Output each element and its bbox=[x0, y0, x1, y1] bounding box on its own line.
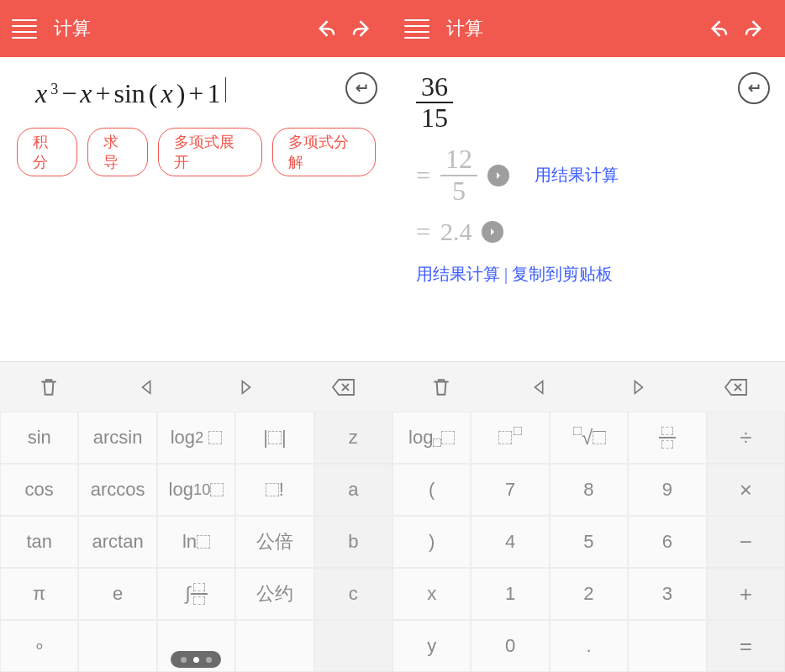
input-numerator: 36 bbox=[416, 72, 453, 103]
trash-icon-r[interactable] bbox=[423, 369, 460, 406]
trash-icon[interactable] bbox=[30, 369, 67, 406]
key-c[interactable]: c bbox=[314, 568, 392, 620]
expr-exp: 3 bbox=[50, 81, 58, 98]
use-result-link-1[interactable]: 用结果计算 bbox=[535, 164, 619, 186]
undo-icon[interactable] bbox=[307, 10, 344, 47]
left-header-title: 计算 bbox=[54, 16, 91, 41]
result-actions: 用结果计算 | 复制到剪贴板 bbox=[416, 263, 733, 286]
cursor-right-icon-r[interactable] bbox=[619, 369, 656, 406]
key-tan[interactable]: tan bbox=[0, 516, 78, 568]
key-minus[interactable]: − bbox=[707, 516, 785, 568]
pill-factor[interactable]: 多项式分解 bbox=[272, 128, 376, 176]
key-7[interactable]: 7 bbox=[471, 464, 549, 516]
key-arctan[interactable]: arctan bbox=[78, 516, 156, 568]
key-dot[interactable]: . bbox=[550, 620, 628, 672]
key-empty-l3[interactable] bbox=[235, 620, 313, 672]
key-cos[interactable]: cos bbox=[0, 464, 78, 516]
key-arccos[interactable]: arccos bbox=[78, 464, 156, 516]
left-pager[interactable] bbox=[171, 651, 221, 668]
key-lparen[interactable]: ( bbox=[392, 464, 471, 516]
expr-one: 1 bbox=[207, 78, 220, 109]
right-panel: 计算 36 15 = 12 5 用结果计算 bbox=[392, 0, 785, 672]
right-header-title: 计算 bbox=[446, 16, 483, 41]
key-a[interactable]: a bbox=[314, 464, 392, 516]
key-5[interactable]: 5 bbox=[550, 516, 628, 568]
result-row-1: = 12 5 用结果计算 bbox=[416, 144, 733, 205]
expr-plus1: + bbox=[95, 78, 110, 109]
key-b[interactable]: b bbox=[314, 516, 392, 568]
key-empty-l1[interactable] bbox=[78, 620, 156, 672]
key-sin[interactable]: sin bbox=[0, 412, 78, 464]
expand-result1-icon[interactable] bbox=[487, 165, 509, 186]
menu-icon-r[interactable] bbox=[404, 19, 429, 39]
key-integral[interactable]: ∫ bbox=[157, 568, 235, 620]
cursor-icon bbox=[225, 77, 226, 102]
expr-x: x bbox=[35, 78, 47, 109]
undo-icon-r[interactable] bbox=[699, 10, 736, 47]
key-9[interactable]: 9 bbox=[628, 464, 706, 516]
cursor-left-icon-r[interactable] bbox=[521, 369, 558, 406]
expr-plus2: + bbox=[188, 78, 203, 109]
expression-display[interactable]: x3 − x + sin (x) + 1 bbox=[15, 72, 377, 124]
key-abs[interactable]: || bbox=[235, 412, 313, 464]
key-e[interactable]: e bbox=[78, 568, 156, 620]
redo-icon-r[interactable] bbox=[736, 10, 773, 47]
eq1: = bbox=[416, 161, 430, 190]
key-equals[interactable]: = bbox=[707, 620, 785, 672]
key-8[interactable]: 8 bbox=[550, 464, 628, 516]
key-factorial[interactable]: ! bbox=[235, 464, 313, 516]
key-empty-l2[interactable] bbox=[157, 620, 235, 672]
backspace-icon[interactable] bbox=[325, 369, 362, 406]
left-content: x3 − x + sin (x) + 1 积分 求导 多项式展开 多项式分解 bbox=[0, 57, 392, 361]
copy-clipboard-link[interactable]: 复制到剪贴板 bbox=[512, 265, 613, 283]
res2-value: 2.4 bbox=[440, 218, 472, 246]
key-gcd[interactable]: 公约 bbox=[235, 568, 313, 620]
enter-button-r[interactable] bbox=[738, 72, 770, 104]
key-nthroot[interactable]: √ bbox=[550, 412, 628, 464]
key-y[interactable]: y bbox=[392, 620, 471, 672]
menu-icon[interactable] bbox=[12, 19, 37, 39]
key-log2[interactable]: log2 bbox=[157, 412, 235, 464]
left-keypad: sin arcsin log2 || z cos arccos log10 ! … bbox=[0, 412, 392, 672]
use-result-link-2[interactable]: 用结果计算 bbox=[416, 265, 500, 283]
expand-result2-icon[interactable] bbox=[482, 221, 503, 243]
sep: | bbox=[500, 265, 512, 283]
right-header: 计算 bbox=[392, 0, 785, 57]
expr-minus: − bbox=[61, 78, 76, 109]
key-3[interactable]: 3 bbox=[628, 568, 706, 620]
key-lcm[interactable]: 公倍 bbox=[235, 516, 313, 568]
key-z[interactable]: z bbox=[314, 412, 392, 464]
pill-integral[interactable]: 积分 bbox=[17, 128, 77, 176]
key-2[interactable]: 2 bbox=[550, 568, 628, 620]
key-log10[interactable]: log10 bbox=[157, 464, 235, 516]
expr-sin: sin bbox=[114, 78, 145, 109]
key-1[interactable]: 1 bbox=[471, 568, 549, 620]
key-logn[interactable]: log bbox=[392, 412, 471, 464]
key-degree[interactable]: ∘ bbox=[0, 620, 78, 672]
key-ln[interactable]: ln bbox=[157, 516, 235, 568]
enter-button[interactable] bbox=[345, 72, 377, 104]
key-pi[interactable]: π bbox=[0, 568, 78, 620]
key-arcsin[interactable]: arcsin bbox=[78, 412, 156, 464]
pill-derivative[interactable]: 求导 bbox=[87, 128, 148, 176]
cursor-right-icon[interactable] bbox=[227, 369, 264, 406]
key-rparen[interactable]: ) bbox=[392, 516, 471, 568]
key-empty-r[interactable] bbox=[628, 620, 706, 672]
cursor-left-icon[interactable] bbox=[129, 369, 166, 406]
key-plus[interactable]: + bbox=[707, 568, 785, 620]
pill-expand[interactable]: 多项式展开 bbox=[158, 128, 261, 176]
key-power[interactable] bbox=[471, 412, 549, 464]
key-6[interactable]: 6 bbox=[628, 516, 706, 568]
fraction-input[interactable]: 36 15 bbox=[408, 72, 770, 133]
backspace-icon-r[interactable] bbox=[718, 369, 755, 406]
res1-num: 12 bbox=[440, 144, 477, 176]
key-divide[interactable]: ÷ bbox=[707, 412, 785, 464]
operation-pills: 积分 求导 多项式展开 多项式分解 bbox=[15, 128, 377, 176]
key-4[interactable]: 4 bbox=[471, 516, 549, 568]
key-fraction[interactable] bbox=[628, 412, 706, 464]
key-0[interactable]: 0 bbox=[471, 620, 549, 672]
redo-icon[interactable] bbox=[344, 10, 381, 47]
key-multiply[interactable]: × bbox=[707, 464, 785, 516]
key-empty-l4[interactable] bbox=[314, 620, 392, 672]
key-x[interactable]: x bbox=[392, 568, 471, 620]
